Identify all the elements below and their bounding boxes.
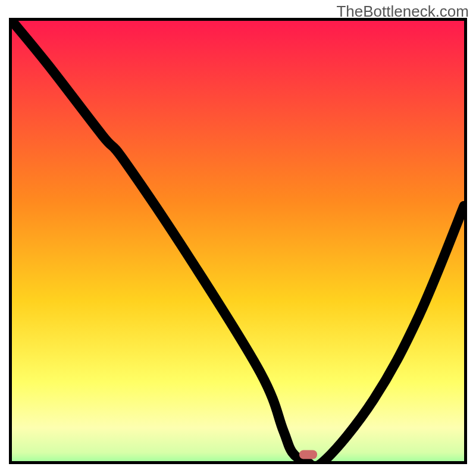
optimum-marker — [299, 450, 317, 459]
plot-area — [9, 18, 467, 464]
watermark-text: TheBottleneck.com — [336, 2, 469, 21]
chart-container: TheBottleneck.com — [0, 0, 476, 476]
curve-layer — [12, 21, 464, 461]
bottleneck-curve — [12, 21, 464, 461]
